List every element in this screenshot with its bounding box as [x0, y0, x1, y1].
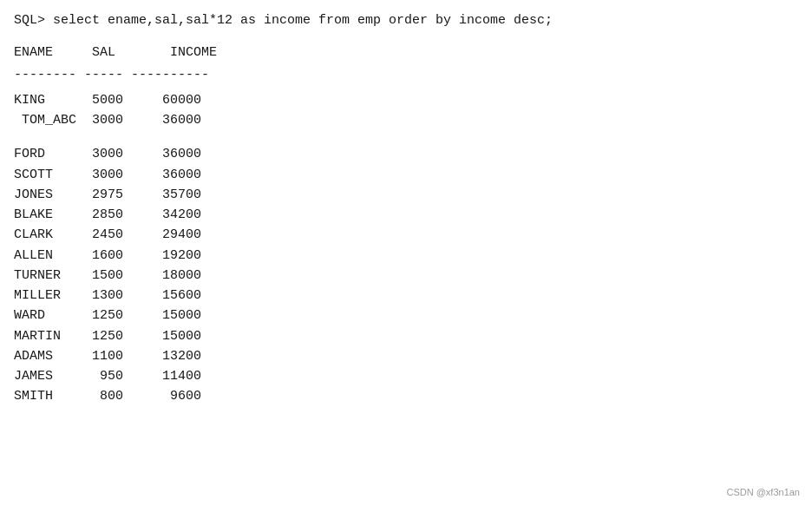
table-row: MARTIN 1250 15000 — [14, 326, 798, 346]
table-row: BLAKE 2850 34200 — [14, 205, 798, 225]
table-row: KING 5000 60000 — [14, 90, 798, 110]
table-row: SMITH 800 9600 — [14, 386, 798, 406]
table-row: ADAMS 1100 13200 — [14, 346, 798, 366]
table-row: TURNER 1500 18000 — [14, 266, 798, 286]
table-header: ENAME SAL INCOME — [14, 43, 798, 62]
table-row: FORD 3000 36000 — [14, 144, 798, 164]
watermark: CSDN @xf3n1an — [726, 487, 800, 497]
table-row: MILLER 1300 15600 — [14, 286, 798, 306]
sql-query: SQL> select ename,sal,sal*12 as income f… — [14, 10, 798, 30]
terminal-container: SQL> select ename,sal,sal*12 as income f… — [0, 0, 812, 431]
table-row: JONES 2975 35700 — [14, 185, 798, 205]
table-row: ALLEN 1600 19200 — [14, 246, 798, 266]
table-row: TOM_ABC 3000 36000 — [14, 110, 798, 130]
table-row: SCOTT 3000 36000 — [14, 165, 798, 185]
table-group-2: FORD 3000 36000SCOTT 3000 36000JONES 297… — [14, 144, 798, 406]
table-group-1: KING 5000 60000 TOM_ABC 3000 36000 — [14, 90, 798, 131]
table-row: JAMES 950 11400 — [14, 366, 798, 386]
table-row: CLARK 2450 29400 — [14, 225, 798, 245]
table-separator: -------- ----- ---------- — [14, 65, 798, 85]
table-row: WARD 1250 15000 — [14, 306, 798, 325]
